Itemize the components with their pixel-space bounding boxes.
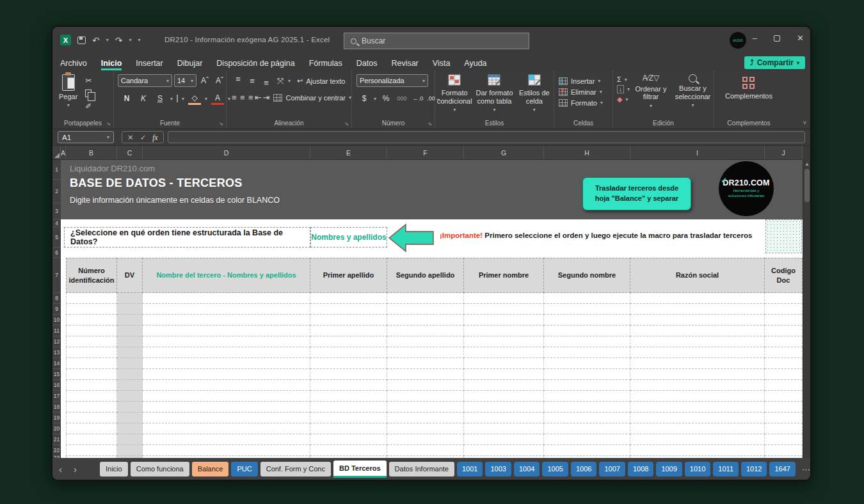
underline-chevron-icon[interactable]: ▾ <box>170 96 173 102</box>
grid-cell[interactable] <box>765 304 803 315</box>
grid-cell[interactable] <box>630 347 765 358</box>
grid-cell[interactable] <box>387 336 464 347</box>
grid-cell[interactable] <box>387 293 464 304</box>
grid-cell[interactable] <box>143 423 310 434</box>
ribbon-tab-archivo[interactable]: Archivo <box>60 59 87 68</box>
grid-cell[interactable] <box>387 358 464 369</box>
sheet-tab-1004[interactable]: 1004 <box>514 462 540 476</box>
sheet-tab-inicio[interactable]: Inicio <box>100 462 128 476</box>
grid-cell[interactable] <box>765 347 803 358</box>
row-header-14[interactable]: 14 <box>52 358 61 369</box>
number-format-select[interactable]: Personalizada▾ <box>356 74 428 87</box>
grid-cell[interactable] <box>117 445 143 456</box>
align-middle-button[interactable]: ≡ <box>246 76 259 86</box>
grid-cell[interactable] <box>143 347 310 358</box>
grid-cell[interactable] <box>143 434 310 445</box>
grid-cell[interactable] <box>66 391 117 402</box>
row-header-17[interactable]: 17 <box>52 391 61 402</box>
grid-cell[interactable] <box>310 293 387 304</box>
grid-cell[interactable] <box>544 358 630 369</box>
grid-cell[interactable] <box>387 326 464 336</box>
grid-cell[interactable] <box>464 326 544 336</box>
grid-cell[interactable] <box>544 293 630 304</box>
grid-cell[interactable] <box>66 358 117 369</box>
grid-cell[interactable] <box>765 380 803 391</box>
grid-cell[interactable] <box>464 304 544 315</box>
table-header-cell[interactable]: Número identificación <box>66 258 117 293</box>
grid-cell[interactable] <box>66 326 117 336</box>
grid-cell[interactable] <box>66 413 117 423</box>
grid-cell[interactable] <box>464 336 544 347</box>
column-header-B[interactable]: B <box>66 146 117 159</box>
fill-button[interactable]: ↓▾ <box>617 85 630 93</box>
currency-chevron-icon[interactable]: ▾ <box>374 96 376 102</box>
grid-cell[interactable] <box>143 413 310 423</box>
grid-cell[interactable] <box>66 336 117 347</box>
grid-cell[interactable] <box>387 423 464 434</box>
grid-cell[interactable] <box>630 391 765 402</box>
undo-chevron-icon[interactable]: ▾ <box>106 37 109 43</box>
fill-color-button[interactable]: ◇ <box>188 92 201 105</box>
ribbon-tab-f-rmulas[interactable]: Fórmulas <box>309 59 342 68</box>
grid-cell[interactable] <box>66 434 117 445</box>
sheet-tab-1012[interactable]: 1012 <box>741 462 767 476</box>
row-header-20[interactable]: 20 <box>52 423 61 434</box>
column-header-G[interactable]: G <box>464 146 544 159</box>
grid-cell[interactable] <box>387 434 464 445</box>
borders-chevron-icon[interactable]: ▾ <box>182 96 184 102</box>
table-header-cell[interactable]: DV <box>117 258 143 293</box>
grid-cell[interactable] <box>464 358 544 369</box>
grid-cell[interactable] <box>630 413 765 423</box>
grid-cell[interactable] <box>310 347 387 358</box>
sheet-tab-1001[interactable]: 1001 <box>457 462 483 476</box>
grid-cell[interactable] <box>310 336 387 347</box>
grid-cell[interactable] <box>544 380 630 391</box>
sheet-tab-1647[interactable]: 1647 <box>769 462 795 476</box>
grid-cell[interactable] <box>310 304 387 315</box>
sheet-nav-left-icon[interactable]: ‹ <box>59 464 62 475</box>
format-painter-icon[interactable]: ✐ <box>83 101 94 111</box>
grid-cell[interactable] <box>143 304 310 315</box>
font-color-button[interactable]: A <box>211 92 224 105</box>
grid-cell[interactable] <box>310 326 387 336</box>
grid-cell[interactable] <box>143 391 310 402</box>
grid-cell[interactable] <box>117 358 143 369</box>
ribbon-tab-vista[interactable]: Vista <box>433 59 451 68</box>
grid-cell[interactable] <box>117 434 143 445</box>
sheet-tab-1007[interactable]: 1007 <box>599 462 625 476</box>
scroll-up-icon[interactable]: ▲ <box>804 161 810 167</box>
grid-cell[interactable] <box>464 293 544 304</box>
grid-cell[interactable] <box>66 293 117 304</box>
grid-cell[interactable] <box>387 315 464 326</box>
grid-cell[interactable] <box>143 380 310 391</box>
table-header-cell[interactable]: Segundo nombre <box>544 258 630 293</box>
grid-cell[interactable] <box>310 358 387 369</box>
sheet-tab-1011[interactable]: 1011 <box>713 462 739 476</box>
grid-cell[interactable] <box>310 413 387 423</box>
column-header-I[interactable]: I <box>630 146 765 159</box>
grid-cell[interactable] <box>310 380 387 391</box>
dotted-highlight-cell[interactable] <box>765 219 802 253</box>
formula-input[interactable] <box>168 131 805 143</box>
grid-cell[interactable] <box>464 369 544 380</box>
insert-cells-button[interactable]: Insertar▾ <box>559 75 612 86</box>
grid-cell[interactable] <box>464 402 544 413</box>
grid-cell[interactable] <box>310 391 387 402</box>
format-cells-button[interactable]: Formato▾ <box>559 97 612 108</box>
grid-cell[interactable] <box>387 347 464 358</box>
currency-button[interactable]: $ <box>358 92 371 105</box>
row-header-15[interactable]: 15 <box>52 369 61 380</box>
excel-logo-icon[interactable]: X <box>60 35 71 45</box>
complementos-button[interactable]: Complementos <box>725 92 772 100</box>
grid-cell[interactable] <box>630 326 765 336</box>
grid-cell[interactable] <box>310 434 387 445</box>
grid-cell[interactable] <box>630 358 765 369</box>
grid-cell[interactable] <box>117 336 143 347</box>
grid-cell[interactable] <box>387 402 464 413</box>
collapse-ribbon-icon[interactable]: ˅ <box>803 120 806 126</box>
grid-cell[interactable] <box>630 402 765 413</box>
grid-cell[interactable] <box>544 402 630 413</box>
customize-toolbar-icon[interactable]: ▾ <box>138 37 141 43</box>
grid-cell[interactable] <box>117 304 143 315</box>
row-header-19[interactable]: 19 <box>52 413 61 423</box>
